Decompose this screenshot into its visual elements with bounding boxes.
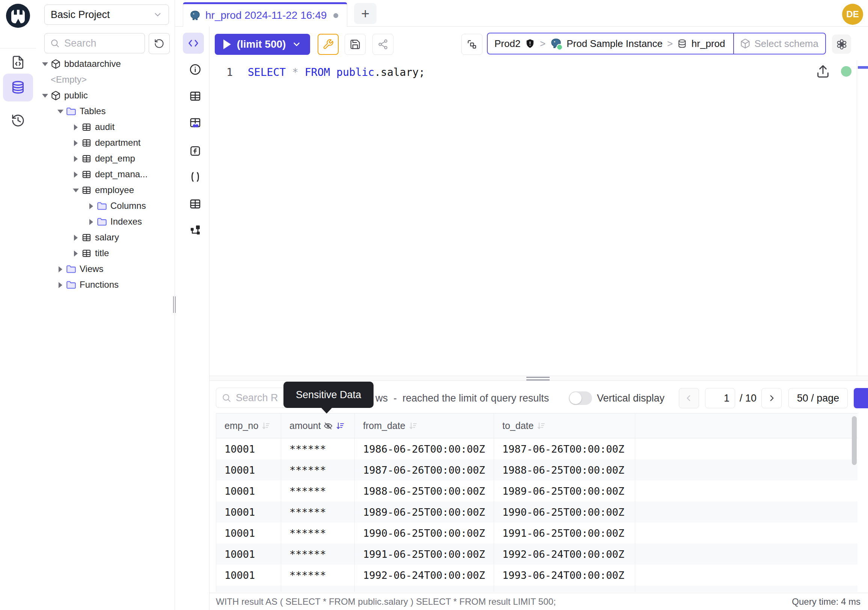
- save-button[interactable]: [345, 34, 366, 55]
- tree-item[interactable]: salary: [36, 230, 175, 245]
- table-info-button[interactable]: [187, 88, 203, 104]
- caret-right-icon[interactable]: [73, 250, 78, 256]
- table-row[interactable]: 10001******1991-06-25T00:00:00Z1992-06-2…: [216, 543, 857, 565]
- tree-search-input[interactable]: [64, 37, 133, 50]
- tab-hr-prod[interactable]: hr_prod 2024-11-22 16:49: [183, 2, 347, 27]
- tree-item[interactable]: bbdataarchive: [36, 56, 175, 72]
- table-cell[interactable]: ******: [281, 543, 355, 565]
- page-number-input[interactable]: [705, 388, 735, 408]
- nav-worksheet-button[interactable]: [3, 48, 33, 76]
- table-cell[interactable]: 1986-06-26T00:00:00Z: [355, 438, 494, 459]
- caret-right-icon[interactable]: [57, 266, 63, 272]
- tree-item[interactable]: public: [36, 87, 175, 103]
- caret-down-icon[interactable]: [73, 188, 78, 193]
- tree-item[interactable]: dept_mana...: [36, 166, 175, 182]
- tree-item[interactable]: title: [36, 245, 175, 261]
- tree-item[interactable]: Columns: [36, 198, 175, 214]
- table-cell[interactable]: 10001: [216, 523, 281, 543]
- table-cell[interactable]: 10001: [216, 438, 281, 459]
- caret-down-icon[interactable]: [42, 93, 47, 98]
- caret-right-icon[interactable]: [73, 124, 78, 130]
- table-cell[interactable]: 1990-06-25T00:00:00Z: [494, 501, 635, 523]
- table-cell[interactable]: 10001: [216, 565, 281, 585]
- tree-item[interactable]: <Empty>: [36, 72, 175, 87]
- next-page-button[interactable]: [761, 388, 782, 408]
- table-row[interactable]: 10001******1989-06-25T00:00:00Z1990-06-2…: [216, 501, 857, 523]
- project-selector[interactable]: Basic Project: [44, 5, 169, 25]
- caret-right-icon[interactable]: [73, 156, 78, 161]
- avatar[interactable]: DE: [842, 4, 863, 25]
- table-cell[interactable]: ******: [281, 523, 355, 543]
- table-cell[interactable]: 1993-06-24T00:00:00Z: [355, 585, 494, 592]
- query-options-button[interactable]: [318, 34, 339, 55]
- table-data-button[interactable]: [187, 196, 203, 212]
- sort-icon[interactable]: [536, 421, 546, 430]
- table-cell[interactable]: 1989-06-25T00:00:00Z: [494, 480, 635, 501]
- run-query-button[interactable]: (limit 500): [215, 34, 310, 55]
- table-cell[interactable]: 1992-06-24T00:00:00Z: [355, 565, 494, 585]
- sort-icon[interactable]: [261, 421, 270, 430]
- table-cell[interactable]: 10001: [216, 543, 281, 565]
- drag-grip[interactable]: [526, 377, 550, 382]
- caret-right-icon[interactable]: [88, 219, 93, 224]
- table-cell[interactable]: 1991-06-25T00:00:00Z: [355, 543, 494, 565]
- parameters-button[interactable]: [187, 169, 203, 185]
- table-row[interactable]: 10001******1990-06-25T00:00:00Z1991-06-2…: [216, 523, 857, 543]
- table-cell[interactable]: 1992-06-24T00:00:00Z: [494, 543, 635, 565]
- table-row[interactable]: 10001******1987-06-26T00:00:00Z1988-06-2…: [216, 459, 857, 480]
- table-cell[interactable]: 1987-06-26T00:00:00Z: [355, 459, 494, 480]
- prev-page-button[interactable]: [679, 388, 699, 408]
- table-cell[interactable]: ******: [281, 459, 355, 480]
- table-cell[interactable]: 10001: [216, 501, 281, 523]
- batch-query-button[interactable]: [461, 34, 482, 55]
- panel-resize-divider[interactable]: [209, 376, 868, 381]
- code-line[interactable]: SELECT * FROM public.salary;: [248, 66, 425, 79]
- info-button[interactable]: [187, 61, 203, 78]
- column-header-amount[interactable]: amount: [281, 414, 355, 438]
- sidebar-resize-handle[interactable]: [173, 296, 176, 313]
- table-cell[interactable]: 10001: [216, 585, 281, 592]
- table-cell[interactable]: ******: [281, 585, 355, 592]
- table-row[interactable]: 10001******1986-06-26T00:00:00Z1987-06-2…: [216, 438, 857, 459]
- tree-item[interactable]: dept_emp: [36, 151, 175, 166]
- table-cell[interactable]: ******: [281, 501, 355, 523]
- caret-right-icon[interactable]: [57, 282, 63, 287]
- caret-down-icon[interactable]: [42, 61, 47, 67]
- caret-right-icon[interactable]: [73, 172, 78, 177]
- share-button[interactable]: [372, 34, 394, 55]
- vertical-display-toggle[interactable]: [569, 391, 592, 405]
- tree-item[interactable]: audit: [36, 119, 175, 135]
- function-button[interactable]: [187, 143, 203, 159]
- table-scrollbar-thumb[interactable]: [852, 416, 857, 465]
- column-header-to_date[interactable]: to_date: [494, 414, 635, 438]
- table-row[interactable]: 10001******1988-06-25T00:00:00Z1989-06-2…: [216, 480, 857, 501]
- nav-database-button[interactable]: [3, 74, 33, 101]
- table-cell[interactable]: 1993-06-24T00:00:00Z: [494, 565, 635, 585]
- table-cell[interactable]: 10001: [216, 480, 281, 501]
- caret-right-icon[interactable]: [88, 203, 93, 208]
- code-panel-toggle[interactable]: [183, 33, 204, 54]
- eye-off-icon[interactable]: [324, 421, 333, 430]
- tree-item[interactable]: Indexes: [36, 214, 175, 230]
- sort-icon[interactable]: [336, 421, 345, 430]
- tree-item[interactable]: Views: [36, 261, 175, 277]
- connection-breadcrumb[interactable]: Prod2 > Prod Sample Instance > hr_prod S…: [487, 33, 826, 54]
- caret-right-icon[interactable]: [73, 235, 78, 240]
- table-row[interactable]: 10001******1993-06-24T00:00:00Z1994-06-2…: [216, 585, 857, 592]
- table-cell[interactable]: 1991-06-25T00:00:00Z: [494, 523, 635, 543]
- column-header-emp_no[interactable]: emp_no: [216, 414, 281, 438]
- caret-right-icon[interactable]: [73, 140, 78, 145]
- schema-selector[interactable]: Select schema: [740, 38, 818, 50]
- table-cell[interactable]: 1990-06-25T00:00:00Z: [355, 523, 494, 543]
- schema-diagram-button[interactable]: [187, 222, 203, 239]
- tree-item[interactable]: employee: [36, 182, 175, 198]
- caret-down-icon[interactable]: [57, 109, 63, 114]
- upload-sheet-icon[interactable]: [815, 64, 831, 79]
- sql-editor[interactable]: 1 SELECT * FROM public.salary;: [209, 60, 868, 376]
- sort-icon[interactable]: [408, 421, 417, 430]
- tree-item[interactable]: Tables: [36, 103, 175, 119]
- ai-assistant-button[interactable]: [832, 34, 851, 54]
- nav-history-button[interactable]: [3, 107, 33, 135]
- column-header-from_date[interactable]: from_date: [355, 414, 494, 438]
- bytebase-logo[interactable]: [6, 4, 30, 28]
